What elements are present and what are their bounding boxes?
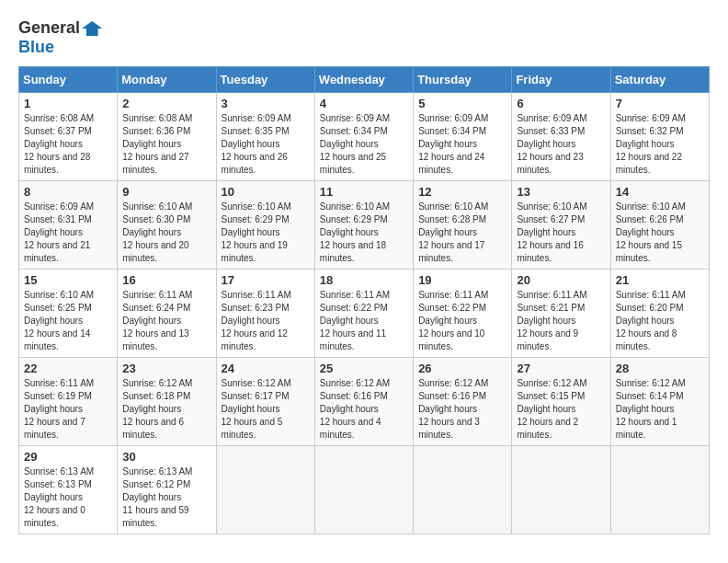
calendar-cell: 30 Sunrise: 6:13 AMSunset: 6:12 PMDaylig… [118, 446, 216, 534]
day-number: 26 [418, 362, 506, 375]
calendar-body: 1 Sunrise: 6:08 AMSunset: 6:37 PMDayligh… [19, 93, 710, 534]
day-number: 30 [122, 450, 210, 464]
calendar-cell: 4 Sunrise: 6:09 AMSunset: 6:34 PMDayligh… [314, 93, 413, 181]
calendar-cell: 10 Sunrise: 6:10 AMSunset: 6:29 PMDaylig… [216, 181, 314, 270]
week-row-3: 15 Sunrise: 6:10 AMSunset: 6:25 PMDaylig… [19, 270, 710, 358]
calendar-cell [314, 446, 413, 534]
day-detail: Sunrise: 6:09 AMSunset: 6:32 PMDaylight … [616, 113, 686, 175]
week-row-5: 29 Sunrise: 6:13 AMSunset: 6:13 PMDaylig… [19, 446, 710, 534]
calendar-cell: 11 Sunrise: 6:10 AMSunset: 6:29 PMDaylig… [314, 181, 413, 270]
header-thursday: Thursday [414, 67, 512, 93]
calendar-cell: 8 Sunrise: 6:09 AMSunset: 6:31 PMDayligh… [19, 181, 118, 270]
calendar-header: SundayMondayTuesdayWednesdayThursdayFrid… [19, 67, 710, 93]
day-number: 7 [616, 97, 704, 110]
logo: General Blue [18, 18, 104, 57]
calendar-cell: 26 Sunrise: 6:12 AMSunset: 6:16 PMDaylig… [414, 358, 512, 446]
day-detail: Sunrise: 6:13 AMSunset: 6:13 PMDaylight … [24, 466, 94, 528]
week-row-4: 22 Sunrise: 6:11 AMSunset: 6:19 PMDaylig… [19, 358, 710, 446]
calendar-cell: 27 Sunrise: 6:12 AMSunset: 6:15 PMDaylig… [512, 358, 610, 446]
week-row-2: 8 Sunrise: 6:09 AMSunset: 6:31 PMDayligh… [19, 181, 710, 270]
day-number: 5 [418, 97, 506, 110]
day-number: 23 [122, 362, 210, 375]
calendar-cell: 17 Sunrise: 6:11 AMSunset: 6:23 PMDaylig… [216, 270, 314, 358]
day-detail: Sunrise: 6:09 AMSunset: 6:34 PMDaylight … [418, 113, 488, 175]
day-detail: Sunrise: 6:09 AMSunset: 6:33 PMDaylight … [517, 113, 586, 175]
day-detail: Sunrise: 6:12 AMSunset: 6:18 PMDaylight … [122, 378, 192, 440]
day-detail: Sunrise: 6:12 AMSunset: 6:14 PMDaylight … [616, 378, 686, 440]
day-detail: Sunrise: 6:11 AMSunset: 6:21 PMDaylight … [517, 290, 586, 351]
day-number: 27 [517, 362, 605, 375]
header-friday: Friday [512, 67, 610, 93]
day-detail: Sunrise: 6:10 AMSunset: 6:28 PMDaylight … [418, 201, 488, 263]
day-detail: Sunrise: 6:11 AMSunset: 6:22 PMDaylight … [418, 290, 488, 351]
day-detail: Sunrise: 6:12 AMSunset: 6:17 PMDaylight … [222, 378, 291, 440]
day-detail: Sunrise: 6:10 AMSunset: 6:27 PMDaylight … [517, 201, 586, 263]
day-detail: Sunrise: 6:10 AMSunset: 6:26 PMDaylight … [616, 201, 686, 263]
day-number: 11 [320, 185, 408, 199]
day-detail: Sunrise: 6:08 AMSunset: 6:37 PMDaylight … [24, 113, 94, 175]
day-number: 24 [222, 362, 310, 375]
day-number: 29 [24, 450, 112, 464]
calendar-cell: 13 Sunrise: 6:10 AMSunset: 6:27 PMDaylig… [512, 181, 610, 270]
calendar-cell: 14 Sunrise: 6:10 AMSunset: 6:26 PMDaylig… [610, 181, 709, 270]
day-number: 21 [616, 273, 704, 287]
calendar-cell [610, 446, 709, 534]
calendar-cell: 29 Sunrise: 6:13 AMSunset: 6:13 PMDaylig… [19, 446, 118, 534]
calendar-table: SundayMondayTuesdayWednesdayThursdayFrid… [18, 66, 710, 534]
calendar-cell: 2 Sunrise: 6:08 AMSunset: 6:36 PMDayligh… [118, 93, 216, 181]
day-number: 25 [320, 362, 408, 375]
week-row-1: 1 Sunrise: 6:08 AMSunset: 6:37 PMDayligh… [19, 93, 710, 181]
day-detail: Sunrise: 6:12 AMSunset: 6:16 PMDaylight … [320, 378, 390, 440]
logo-general: General [18, 18, 80, 38]
header-saturday: Saturday [610, 67, 709, 93]
day-detail: Sunrise: 6:10 AMSunset: 6:30 PMDaylight … [122, 201, 192, 263]
day-number: 22 [24, 362, 112, 375]
calendar-cell: 23 Sunrise: 6:12 AMSunset: 6:18 PMDaylig… [118, 358, 216, 446]
calendar-cell: 12 Sunrise: 6:10 AMSunset: 6:28 PMDaylig… [414, 181, 512, 270]
calendar-cell: 20 Sunrise: 6:11 AMSunset: 6:21 PMDaylig… [512, 270, 610, 358]
day-number: 10 [222, 185, 310, 199]
day-detail: Sunrise: 6:12 AMSunset: 6:15 PMDaylight … [517, 378, 586, 440]
svg-marker-0 [82, 21, 102, 36]
calendar-cell: 15 Sunrise: 6:10 AMSunset: 6:25 PMDaylig… [19, 270, 118, 358]
calendar-cell: 5 Sunrise: 6:09 AMSunset: 6:34 PMDayligh… [414, 93, 512, 181]
calendar-cell: 24 Sunrise: 6:12 AMSunset: 6:17 PMDaylig… [216, 358, 314, 446]
calendar-cell: 22 Sunrise: 6:11 AMSunset: 6:19 PMDaylig… [19, 358, 118, 446]
day-number: 17 [222, 273, 310, 287]
day-number: 3 [222, 97, 310, 110]
day-detail: Sunrise: 6:11 AMSunset: 6:22 PMDaylight … [320, 290, 390, 351]
header-monday: Monday [118, 67, 216, 93]
day-number: 16 [122, 273, 210, 287]
logo-icon [82, 19, 104, 38]
calendar-cell [216, 446, 314, 534]
calendar-cell [512, 446, 610, 534]
calendar-cell: 1 Sunrise: 6:08 AMSunset: 6:37 PMDayligh… [19, 93, 118, 181]
day-number: 18 [320, 273, 408, 287]
day-number: 2 [122, 97, 210, 110]
day-number: 19 [418, 273, 506, 287]
calendar-cell: 16 Sunrise: 6:11 AMSunset: 6:24 PMDaylig… [118, 270, 216, 358]
day-number: 1 [24, 97, 112, 110]
calendar-cell [414, 446, 512, 534]
day-detail: Sunrise: 6:10 AMSunset: 6:29 PMDaylight … [320, 201, 390, 263]
day-detail: Sunrise: 6:11 AMSunset: 6:23 PMDaylight … [222, 290, 291, 351]
calendar-cell: 21 Sunrise: 6:11 AMSunset: 6:20 PMDaylig… [610, 270, 709, 358]
header-sunday: Sunday [19, 67, 118, 93]
calendar-cell: 7 Sunrise: 6:09 AMSunset: 6:32 PMDayligh… [610, 93, 709, 181]
day-number: 9 [122, 185, 210, 199]
day-detail: Sunrise: 6:10 AMSunset: 6:25 PMDaylight … [24, 290, 94, 351]
day-number: 13 [517, 185, 605, 199]
day-number: 20 [517, 273, 605, 287]
day-detail: Sunrise: 6:09 AMSunset: 6:34 PMDaylight … [320, 113, 390, 175]
day-detail: Sunrise: 6:11 AMSunset: 6:20 PMDaylight … [616, 290, 686, 351]
day-number: 28 [616, 362, 704, 375]
day-detail: Sunrise: 6:10 AMSunset: 6:29 PMDaylight … [222, 201, 291, 263]
day-detail: Sunrise: 6:09 AMSunset: 6:35 PMDaylight … [222, 113, 291, 175]
day-number: 12 [418, 185, 506, 199]
day-number: 14 [616, 185, 704, 199]
day-number: 15 [24, 273, 112, 287]
calendar-cell: 28 Sunrise: 6:12 AMSunset: 6:14 PMDaylig… [610, 358, 709, 446]
day-detail: Sunrise: 6:11 AMSunset: 6:24 PMDaylight … [122, 290, 192, 351]
logo-blue: Blue [18, 38, 54, 57]
calendar-cell: 25 Sunrise: 6:12 AMSunset: 6:16 PMDaylig… [314, 358, 413, 446]
